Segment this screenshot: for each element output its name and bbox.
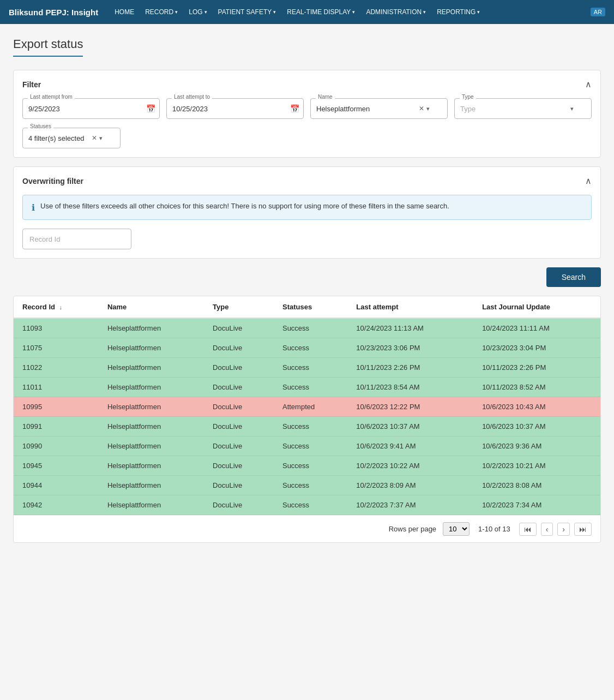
navbar: Bliksund PEPJ: Insight HOME RECORD ▾ LOG… xyxy=(0,0,614,24)
col-type: Type xyxy=(204,296,274,318)
last-attempt-from-label: Last attempt from xyxy=(28,94,75,100)
info-text: Use of these filters exceeds all other c… xyxy=(40,202,449,210)
results-table-wrapper: Record Id ↓ Name Type Statuses Last atte… xyxy=(13,296,601,543)
results-table: Record Id ↓ Name Type Statuses Last atte… xyxy=(14,296,600,515)
last-attempt-to-input[interactable] xyxy=(166,98,304,119)
table-row[interactable]: 11011HelseplattformenDocuLiveSuccess10/1… xyxy=(14,378,600,397)
nav-reporting[interactable]: REPORTING ▾ xyxy=(431,0,485,24)
info-box: ℹ Use of these filters exceeds all other… xyxy=(22,195,592,220)
chevron-down-icon: ▾ xyxy=(273,9,276,15)
calendar-icon[interactable]: 📅 xyxy=(146,104,155,113)
record-id-input[interactable] xyxy=(22,229,131,249)
nav-log[interactable]: LOG ▾ xyxy=(183,0,212,24)
filter-row-1: Last attempt from 📅 Last attempt to 📅 Na… xyxy=(22,98,592,119)
table-body: 11093HelseplattformenDocuLiveSuccess10/2… xyxy=(14,318,600,515)
last-attempt-to-field: Last attempt to 📅 xyxy=(166,98,304,119)
last-page-button[interactable]: ⏭ xyxy=(574,523,592,536)
last-attempt-to-label: Last attempt to xyxy=(172,94,212,100)
type-label: Type xyxy=(460,94,476,100)
user-badge[interactable]: AR xyxy=(591,8,605,16)
first-page-button[interactable]: ⏮ xyxy=(519,523,537,536)
last-attempt-from-field: Last attempt from 📅 xyxy=(22,98,160,119)
nav-patient-safety[interactable]: PATIENT SAFETY ▾ xyxy=(213,0,282,24)
statuses-label: Statuses xyxy=(28,123,53,129)
calendar-icon[interactable]: 📅 xyxy=(290,104,299,113)
main-content: Export status Filter ∧ Last attempt from… xyxy=(0,24,614,700)
table-row[interactable]: 11075HelseplattformenDocuLiveSuccess10/2… xyxy=(14,338,600,358)
nav-realtime-display[interactable]: REAL-TIME DISPLAY ▾ xyxy=(281,0,360,24)
pagination-bar: Rows per page 10 25 50 1-10 of 13 ⏮ ‹ › … xyxy=(14,515,600,542)
rows-per-page-label: Rows per page xyxy=(389,525,436,533)
nav-home[interactable]: HOME xyxy=(109,0,140,24)
chevron-down-icon[interactable]: ▾ xyxy=(570,105,574,112)
table-row[interactable]: 11093HelseplattformenDocuLiveSuccess10/2… xyxy=(14,318,600,338)
filter-row-2: Statuses 4 filter(s) selected ✕ ▾ xyxy=(22,128,592,148)
col-last-attempt: Last attempt xyxy=(347,296,473,318)
type-field: Type Type ▾ xyxy=(454,98,592,119)
last-attempt-from-input[interactable] xyxy=(22,98,160,119)
overwriting-filter-title: Overwriting filter xyxy=(22,177,83,186)
next-page-button[interactable]: › xyxy=(557,523,570,536)
type-select[interactable]: Type ▾ xyxy=(454,98,592,119)
page-title: Export status xyxy=(13,37,83,57)
table-row[interactable]: 10990HelseplattformenDocuLiveSuccess10/6… xyxy=(14,436,600,456)
chevron-down-icon: ▾ xyxy=(352,9,355,15)
sort-icon: ↓ xyxy=(59,304,63,310)
col-last-journal: Last Journal Update xyxy=(473,296,600,318)
nav-record[interactable]: RECORD ▾ xyxy=(140,0,183,24)
prev-page-button[interactable]: ‹ xyxy=(541,523,553,536)
table-row[interactable]: 11022HelseplattformenDocuLiveSuccess10/1… xyxy=(14,358,600,378)
chevron-down-icon[interactable]: ▾ xyxy=(99,135,103,142)
table-row[interactable]: 10991HelseplattformenDocuLiveSuccess10/6… xyxy=(14,417,600,436)
clear-name-icon[interactable]: ✕ xyxy=(419,105,424,112)
overwriting-filter-header: Overwriting filter ∧ xyxy=(22,176,592,186)
table-row[interactable]: 10945HelseplattformenDocuLiveSuccess10/2… xyxy=(14,456,600,476)
nav-administration[interactable]: ADMINISTRATION ▾ xyxy=(360,0,431,24)
collapse-icon[interactable]: ∧ xyxy=(585,79,592,89)
filter-card-title: Filter xyxy=(22,80,41,89)
nav-items: HOME RECORD ▾ LOG ▾ PATIENT SAFETY ▾ REA… xyxy=(109,0,591,24)
app-brand[interactable]: Bliksund PEPJ: Insight xyxy=(9,8,98,17)
page-info: 1-10 of 13 xyxy=(478,525,510,533)
chevron-down-icon: ▾ xyxy=(175,9,178,15)
col-statuses: Statuses xyxy=(274,296,347,318)
table-header: Record Id ↓ Name Type Statuses Last atte… xyxy=(14,296,600,318)
overwriting-filter-card: Overwriting filter ∧ ℹ Use of these filt… xyxy=(13,166,601,259)
search-btn-row: Search xyxy=(13,267,601,287)
table-row[interactable]: 10942HelseplattformenDocuLiveSuccess10/2… xyxy=(14,495,600,515)
col-name: Name xyxy=(99,296,204,318)
clear-statuses-icon[interactable]: ✕ xyxy=(92,134,97,142)
collapse-icon[interactable]: ∧ xyxy=(585,176,592,186)
chevron-down-icon[interactable]: ▾ xyxy=(426,105,430,112)
chevron-down-icon: ▾ xyxy=(477,9,480,15)
info-icon: ℹ xyxy=(32,202,35,213)
filter-card-header: Filter ∧ xyxy=(22,79,592,89)
rows-per-page-select[interactable]: 10 25 50 xyxy=(443,522,469,536)
table-row[interactable]: 10995HelseplattformenDocuLiveAttempted10… xyxy=(14,397,600,417)
table-row[interactable]: 10944HelseplattformenDocuLiveSuccess10/2… xyxy=(14,476,600,495)
name-field: Name Helseplattformen ✕ ▾ xyxy=(310,98,448,119)
statuses-field: Statuses 4 filter(s) selected ✕ ▾ xyxy=(22,128,121,148)
statuses-select[interactable]: 4 filter(s) selected ✕ ▾ xyxy=(22,128,121,148)
chevron-down-icon: ▾ xyxy=(204,9,207,15)
chevron-down-icon: ▾ xyxy=(423,9,426,15)
name-select[interactable]: Helseplattformen ✕ ▾ xyxy=(310,98,448,119)
col-record-id[interactable]: Record Id ↓ xyxy=(14,296,99,318)
name-label: Name xyxy=(316,94,335,100)
filter-card: Filter ∧ Last attempt from 📅 Last attemp… xyxy=(13,70,601,158)
search-button[interactable]: Search xyxy=(546,267,601,287)
